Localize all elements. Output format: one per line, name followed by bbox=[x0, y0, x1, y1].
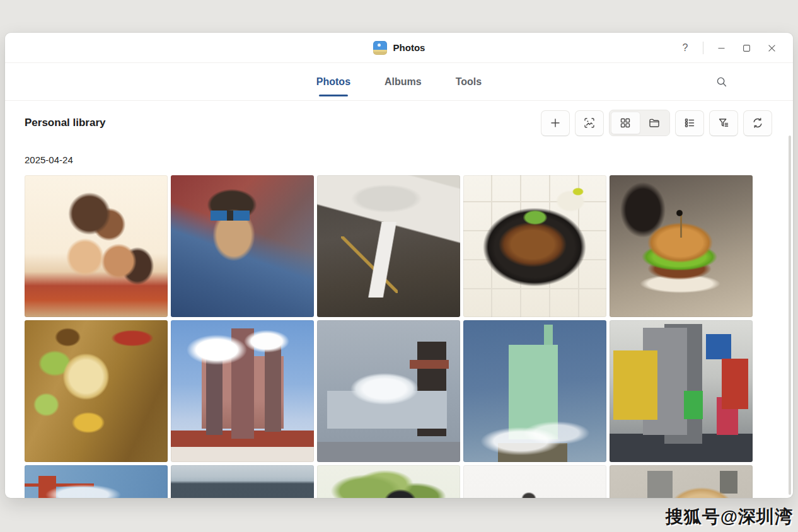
photos-app-window: Photos ? Photos Albums Tool bbox=[5, 33, 793, 498]
help-button[interactable]: ? bbox=[673, 37, 698, 59]
image-search-button[interactable] bbox=[575, 110, 604, 136]
date-group-heading: 2025-04-24 bbox=[25, 154, 793, 166]
close-button[interactable] bbox=[759, 37, 784, 59]
app-identity: Photos bbox=[373, 41, 425, 55]
titlebar[interactable]: Photos ? bbox=[5, 33, 793, 63]
tab-photos[interactable]: Photos bbox=[315, 70, 352, 94]
minimize-icon bbox=[718, 45, 725, 52]
refresh-icon bbox=[751, 117, 764, 129]
image-search-icon bbox=[583, 117, 596, 129]
photo-blonde-portrait[interactable] bbox=[610, 465, 753, 498]
photo-beef-dish[interactable] bbox=[463, 175, 606, 317]
photo-grid bbox=[25, 175, 753, 498]
close-icon bbox=[768, 45, 775, 52]
library-header: Personal library bbox=[25, 106, 772, 140]
photo-desk-stationery[interactable] bbox=[317, 175, 460, 317]
titlebar-divider bbox=[703, 42, 703, 54]
window-controls: ? bbox=[673, 33, 784, 63]
view-toggle bbox=[609, 110, 670, 136]
library-toolbar bbox=[541, 110, 772, 136]
active-tab-indicator bbox=[319, 95, 348, 96]
desktop-backdrop: { "app": { "title": "Photos" }, "titleba… bbox=[0, 0, 798, 532]
photo-hat-portrait[interactable] bbox=[317, 465, 460, 498]
page-title: Personal library bbox=[25, 117, 106, 129]
minimize-button[interactable] bbox=[708, 37, 734, 59]
tab-albums-label: Albums bbox=[385, 76, 422, 87]
app-title: Photos bbox=[393, 42, 425, 53]
maximize-button[interactable] bbox=[734, 37, 759, 59]
tab-photos-label: Photos bbox=[316, 76, 350, 87]
filter-button[interactable] bbox=[709, 110, 738, 136]
details-list-icon bbox=[683, 117, 696, 129]
details-list-button[interactable] bbox=[675, 110, 704, 136]
photo-white-portrait[interactable] bbox=[463, 465, 606, 498]
photo-friends-selfie[interactable] bbox=[25, 175, 168, 317]
search-icon bbox=[715, 76, 728, 88]
help-icon: ? bbox=[683, 42, 688, 54]
photo-man-selfie[interactable] bbox=[171, 175, 314, 317]
refresh-button[interactable] bbox=[743, 110, 772, 136]
tab-tools[interactable]: Tools bbox=[454, 70, 483, 94]
add-icon bbox=[549, 117, 562, 129]
grid-view-button[interactable] bbox=[611, 112, 640, 134]
search-button[interactable] bbox=[711, 72, 732, 92]
photo-golden-gate[interactable] bbox=[25, 465, 168, 498]
grid-view-icon bbox=[619, 117, 632, 129]
photo-city-pano[interactable] bbox=[171, 465, 314, 498]
folder-view-button[interactable] bbox=[640, 112, 669, 134]
filter-icon bbox=[717, 117, 730, 129]
photo-liberty[interactable] bbox=[463, 320, 606, 462]
photo-burger[interactable] bbox=[610, 175, 753, 317]
photo-times-square[interactable] bbox=[610, 320, 753, 462]
add-button[interactable] bbox=[541, 110, 570, 136]
folder-view-icon bbox=[648, 117, 661, 129]
tab-albums[interactable]: Albums bbox=[383, 70, 423, 94]
photo-cathedral[interactable] bbox=[171, 320, 314, 462]
tab-tools-label: Tools bbox=[456, 76, 482, 87]
watermark-text: 搜狐号@深圳湾 bbox=[666, 505, 793, 529]
vertical-scrollbar[interactable] bbox=[789, 136, 791, 495]
photo-charcuterie[interactable] bbox=[25, 320, 168, 462]
photos-app-icon bbox=[373, 41, 387, 55]
photo-fuji[interactable] bbox=[317, 320, 460, 462]
maximize-icon bbox=[743, 45, 750, 52]
main-navigation: Photos Albums Tools bbox=[5, 63, 793, 101]
